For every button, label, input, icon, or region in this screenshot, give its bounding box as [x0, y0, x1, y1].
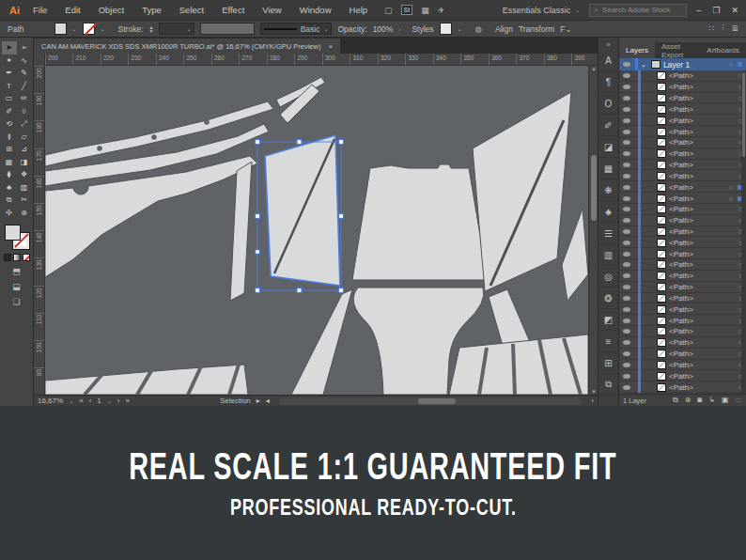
visibility-eye-icon[interactable] — [623, 151, 630, 156]
next-artboard-icon[interactable]: › — [117, 397, 120, 405]
path-label[interactable]: <Path> — [669, 260, 736, 269]
zoom-level-value[interactable]: 16,67% — [38, 397, 63, 405]
canvas-horizontal-scrollbar[interactable] — [279, 397, 582, 405]
visibility-eye-icon[interactable] — [623, 307, 630, 312]
path-label[interactable]: <Path> — [669, 250, 736, 258]
visibility-eye-icon[interactable] — [623, 262, 630, 267]
layer-row-path[interactable]: <Path>○ — [619, 181, 746, 193]
path-label[interactable]: <Path> — [669, 327, 736, 335]
layer-row-path[interactable]: <Path>○ — [619, 126, 746, 137]
layer-row-path[interactable]: <Path>○ — [619, 326, 746, 337]
canvas[interactable] — [45, 66, 588, 395]
path-thumbnail[interactable] — [657, 161, 666, 169]
canvas-vertical-scrollbar[interactable]: ▲ ▼ — [588, 66, 598, 395]
perspective-grid-tool-icon[interactable]: ⊿ — [17, 143, 32, 156]
path-label[interactable]: <Path> — [669, 105, 736, 114]
layer-row-path[interactable]: <Path>○ — [619, 115, 746, 126]
opacity-value[interactable]: 100% — [373, 24, 394, 34]
path-thumbnail[interactable] — [657, 105, 666, 114]
path-thumbnail[interactable] — [657, 361, 666, 369]
path-label[interactable]: <Path> — [669, 83, 736, 91]
path-label[interactable]: <Path> — [669, 183, 726, 192]
brush-definition-dropdown[interactable] — [200, 23, 255, 35]
free-transform-dropdown[interactable]: F⌄ — [560, 24, 571, 34]
selection-indicator[interactable] — [738, 62, 742, 67]
shape-builder-tool-icon[interactable]: ⊞ — [2, 143, 17, 156]
layer-row-path[interactable]: <Path>○ — [619, 293, 746, 304]
layer-thumbnail[interactable] — [651, 60, 661, 69]
collect-for-export-icon[interactable]: ⧉ — [673, 396, 678, 405]
free-transform-tool-icon[interactable]: ▱ — [17, 131, 32, 144]
paragraph-panel-icon[interactable]: ¶ — [598, 71, 619, 93]
path-thumbnail[interactable] — [657, 172, 666, 180]
path-thumbnail[interactable] — [657, 327, 666, 335]
color-panel-icon[interactable]: ❋ — [598, 179, 619, 201]
align-panel-icon[interactable]: ≡ — [598, 331, 619, 352]
gradient-tool-icon[interactable]: ◨ — [17, 156, 32, 169]
path-label[interactable]: <Path> — [669, 317, 736, 325]
layer-row-path[interactable]: <Path>○ — [619, 237, 746, 248]
scale-tool-icon[interactable]: ⤢ — [17, 117, 32, 131]
path-thumbnail[interactable] — [657, 272, 666, 280]
pen-tool-icon[interactable]: ✒ — [2, 67, 17, 80]
chevron-down-icon[interactable]: ⌄ — [458, 25, 462, 32]
line-segment-tool-icon[interactable]: ╱ — [17, 80, 32, 93]
column-graph-tool-icon[interactable]: ▥ — [17, 181, 32, 194]
visibility-eye-icon[interactable] — [623, 296, 630, 301]
path-label[interactable]: <Path> — [669, 383, 736, 392]
path-label[interactable]: <Path> — [669, 128, 736, 136]
chevron-down-icon[interactable]: ⌄ — [641, 61, 646, 69]
menu-file[interactable]: File — [33, 5, 47, 15]
visibility-eye-icon[interactable] — [623, 163, 630, 167]
path-thumbnail[interactable] — [657, 138, 666, 147]
last-artboard-icon[interactable]: » — [125, 397, 129, 405]
launcher-icon[interactable]: ▢ — [384, 6, 393, 15]
path-thumbnail[interactable] — [657, 338, 666, 347]
transform-button[interactable]: Transform — [519, 24, 554, 34]
layer-row-path[interactable]: <Path>○ — [619, 349, 746, 360]
status-collapse-icon[interactable]: ◂ — [266, 397, 270, 405]
path-label[interactable]: <Path> — [669, 205, 736, 213]
visibility-eye-icon[interactable] — [623, 329, 630, 334]
visibility-eye-icon[interactable] — [623, 241, 630, 245]
slice-tool-icon[interactable]: ✂ — [17, 194, 32, 207]
layer-row-layer1[interactable]: ⌄ Layer 1 ○ — [619, 58, 746, 70]
layer-row-path[interactable]: <Path>○ — [619, 215, 746, 226]
path-label[interactable]: <Path> — [669, 239, 736, 247]
visibility-eye-icon[interactable] — [623, 252, 630, 257]
first-artboard-icon[interactable]: « — [79, 397, 83, 405]
none-button[interactable] — [23, 254, 30, 261]
pathfinder-panel-icon[interactable]: ⧉ — [598, 374, 619, 396]
new-layer-icon[interactable]: ▣ — [722, 396, 729, 405]
vertical-ruler[interactable]: 20019018017016015014013012011010090 — [34, 66, 45, 395]
visibility-eye-icon[interactable] — [623, 185, 630, 190]
path-thumbnail[interactable] — [657, 227, 666, 236]
path-thumbnail[interactable] — [657, 149, 666, 158]
grid-view-icon[interactable]: ∷ — [708, 23, 714, 34]
visibility-eye-icon[interactable] — [623, 85, 630, 89]
layer-row-path[interactable]: <Path>○ — [619, 282, 746, 293]
layer-row-path[interactable]: <Path>○ — [619, 148, 746, 160]
visibility-eye-icon[interactable] — [623, 385, 630, 390]
target-icon[interactable]: ○ — [729, 195, 733, 202]
transform-panel-icon[interactable]: ⊞ — [598, 352, 619, 374]
new-sublayer-icon[interactable]: ↳ — [708, 396, 715, 405]
visibility-eye-icon[interactable] — [623, 174, 630, 179]
path-label[interactable]: <Path> — [669, 227, 736, 236]
layer-row-path[interactable]: <Path>○ — [619, 82, 746, 93]
canvas-artwork[interactable] — [45, 66, 588, 395]
layer-row-path[interactable]: <Path>○ — [619, 381, 746, 393]
visibility-eye-icon[interactable] — [623, 374, 630, 379]
symbols-panel-icon[interactable]: ♣ — [598, 201, 619, 223]
workspace-switcher[interactable]: Essentials Classic ⌄ — [503, 6, 581, 15]
path-label[interactable]: <Path> — [669, 305, 736, 314]
visibility-eye-icon[interactable] — [623, 363, 630, 367]
close-button[interactable]: ✕ — [731, 6, 738, 15]
visibility-eye-icon[interactable] — [623, 351, 630, 356]
locate-object-icon[interactable]: ⊕ — [685, 396, 692, 405]
stroke-swatch[interactable] — [83, 23, 95, 35]
eraser-tool-icon[interactable]: ◊ — [17, 105, 32, 118]
artboard-number-value[interactable]: 1 — [97, 397, 101, 405]
layer-row-path[interactable]: <Path>○ — [619, 204, 746, 215]
lasso-tool-icon[interactable]: ∿ — [17, 54, 32, 68]
